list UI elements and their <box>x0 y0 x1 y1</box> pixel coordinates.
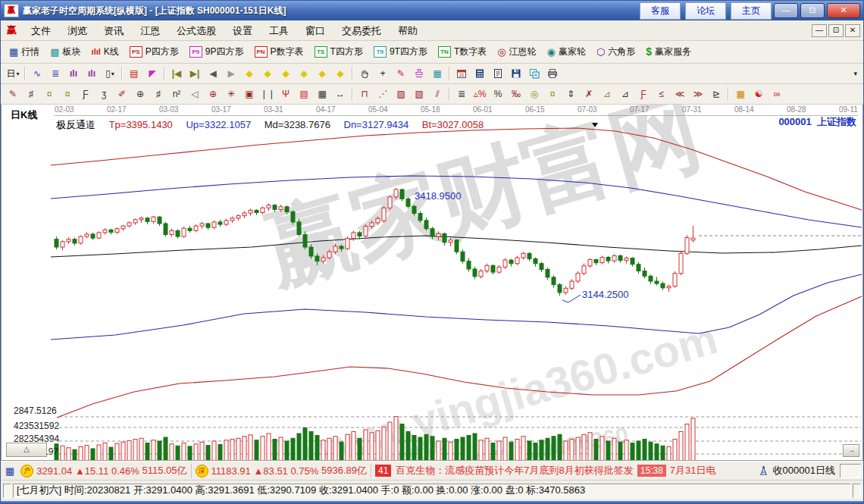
draw-grid-123[interactable]: ▦ <box>313 86 331 102</box>
draw-grid-panel[interactable]: ▦ <box>731 86 750 102</box>
nav-period-day-dropdown[interactable]: 日▾ <box>4 66 22 81</box>
nav-colored-chart[interactable]: ◤ <box>143 66 161 81</box>
toolbar-overflow-chevron[interactable]: ▾ <box>853 70 860 77</box>
candlestick-chart[interactable] <box>2 105 863 461</box>
draw-win-tool[interactable]: ▤ <box>295 86 313 102</box>
draw-speed-line[interactable]: ≪ <box>671 86 689 102</box>
draw-gann-pen[interactable]: ✎ <box>4 86 22 102</box>
news-ticker[interactable]: 41 百克生物：流感疫苗预计今年7月底到8月初获得批签发 15:38 7月31日… <box>371 464 720 478</box>
nav-pan-hand[interactable] <box>355 66 374 81</box>
nav-info-panel[interactable]: ≣ <box>46 66 64 81</box>
tool-winner-service[interactable]: $赢家服务 <box>640 44 697 60</box>
draw-infinity[interactable]: ∞ <box>768 86 786 102</box>
market-grid-icon[interactable]: ▦ <box>5 465 14 477</box>
draw-updown-arrow[interactable]: ⇕ <box>562 86 580 102</box>
nav-annotate-pen[interactable]: ✎ <box>392 66 410 81</box>
menu-item-5[interactable]: 设置 <box>224 23 261 39</box>
tool-winner-wheel[interactable]: ◉赢家轮 <box>542 44 591 60</box>
menu-item-8[interactable]: 交易委托 <box>333 23 390 39</box>
draw-gold-line[interactable]: ¤ <box>543 86 562 102</box>
nav-next-bar[interactable]: ▶ <box>222 66 240 81</box>
draw-width-measure[interactable]: ↔ <box>331 86 349 102</box>
draw-gold-ratio-2[interactable]: ¤ <box>58 86 77 102</box>
draw-mirror[interactable]: ◁ <box>186 86 204 102</box>
nav-puzzle[interactable]: ▦ <box>428 66 446 81</box>
draw-trend-band[interactable]: ≫ <box>689 86 707 102</box>
menu-item-4[interactable]: 公式选股 <box>168 23 224 39</box>
draw-spiral[interactable]: ʒ <box>95 86 113 102</box>
draw-target-circle[interactable]: ⊕ <box>204 86 222 102</box>
minimize-button[interactable]: — <box>774 3 798 18</box>
nav-calendar[interactable]: 21 <box>452 66 471 81</box>
shenzhen-index-quote[interactable]: 深 11183.91 ▲83.51 0.75% 5936.89亿 <box>192 464 371 478</box>
close-button[interactable]: ✕ <box>827 3 860 18</box>
draw-shade-box-1[interactable]: ▨ <box>392 86 410 102</box>
draw-god-tool[interactable]: Ψ <box>277 86 295 102</box>
draw-square-n2[interactable]: n² <box>167 86 186 102</box>
tool-9p-square[interactable]: P99P四方形 <box>184 44 249 60</box>
draw-wave-tool[interactable]: ✗ <box>580 86 598 102</box>
nav-notes[interactable] <box>489 66 507 81</box>
customer-service-button[interactable]: 客服 <box>640 2 681 20</box>
nav-stamp[interactable] <box>410 66 428 81</box>
draw-shade-box-2[interactable]: ▧ <box>410 86 428 102</box>
draw-gold-circle[interactable]: ◎ <box>525 86 543 102</box>
tool-t-square[interactable]: TST四方形 <box>309 44 368 60</box>
tool-quotes[interactable]: ▦行情 <box>4 44 45 60</box>
draw-percent[interactable]: % <box>489 86 507 102</box>
draw-star-burst[interactable]: ✳ <box>222 86 240 102</box>
draw-taiji[interactable]: ☯ <box>750 86 768 102</box>
volume-pane-toggle-button[interactable]: △ <box>6 443 47 457</box>
nav-diamond-expand-right[interactable]: ◆ <box>258 66 277 81</box>
draw-gold-band[interactable]: ⊿ <box>598 86 616 102</box>
draw-parallel-lines[interactable]: ⫽ <box>428 86 446 102</box>
draw-frame-tool[interactable]: ⊓ <box>355 86 374 102</box>
draw-fan-lines[interactable]: ⋰ <box>374 86 392 102</box>
draw-fibonacci[interactable]: Ƒ <box>77 86 95 102</box>
tool-gann-wheel[interactable]: ◎江恩轮 <box>492 44 541 60</box>
nav-diamond-expand-all[interactable]: ◆ <box>331 66 349 81</box>
draw-angle-line-2[interactable]: ≤ <box>653 86 671 102</box>
draw-angle-pen[interactable]: ✐ <box>113 86 131 102</box>
menu-item-0[interactable]: 文件 <box>23 23 59 39</box>
draw-permille[interactable]: ‰ <box>507 86 525 102</box>
draw-price-grid[interactable]: ♯ <box>149 86 167 102</box>
draw-square-box[interactable]: ▣ <box>240 86 258 102</box>
nav-calculator[interactable] <box>471 66 489 81</box>
menu-item-6[interactable]: 工具 <box>261 23 297 39</box>
forum-button[interactable]: 论坛 <box>685 2 726 20</box>
draw-scale-list[interactable]: ≣ <box>452 86 471 102</box>
tool-p-square[interactable]: PSP四方形 <box>124 44 184 60</box>
maximize-button[interactable]: ⊡ <box>800 3 825 18</box>
draw-gann-grid-small[interactable]: ♯ <box>22 86 40 102</box>
homepage-button[interactable]: 主页 <box>731 2 772 20</box>
nav-crosshair[interactable]: + <box>374 66 392 81</box>
draw-gold-ratio-1[interactable]: ¤ <box>40 86 58 102</box>
nav-first-bar[interactable]: |◀ <box>167 66 186 81</box>
nav-diamond-shrink-h[interactable]: ◆ <box>295 66 313 81</box>
draw-gann-circle[interactable]: ⊕ <box>131 86 149 102</box>
menu-item-2[interactable]: 资讯 <box>95 23 132 39</box>
nav-diamond-expand-v[interactable]: ◆ <box>313 66 331 81</box>
nav-capsule-tool-dropdown[interactable]: ▯▾ <box>101 66 119 81</box>
nav-red-k-box[interactable]: ▤ <box>125 66 143 81</box>
draw-slope-tool[interactable]: ⊵ <box>707 86 725 102</box>
tool-p-number-table[interactable]: PNP数字表 <box>249 44 309 60</box>
mdi-minimize-button[interactable]: — <box>812 24 827 37</box>
tool-t-number-table[interactable]: TNT数字表 <box>433 44 492 60</box>
nav-diamond-expand-h[interactable]: ◆ <box>277 66 295 81</box>
tool-sectors[interactable]: ▩板块 <box>45 44 86 60</box>
mdi-restore-button[interactable]: ⊡ <box>828 24 844 37</box>
tool-9t-square[interactable]: T99T四方形 <box>368 44 433 60</box>
nav-ma-9-lines[interactable]: ılı <box>83 66 101 81</box>
menu-item-1[interactable]: 浏览 <box>59 23 95 39</box>
draw-angle-line-1[interactable]: ⊿ <box>616 86 634 102</box>
nav-diamond-shrink-left[interactable]: ◆ <box>240 66 258 81</box>
nav-last-bar[interactable]: ▶| <box>186 66 204 81</box>
nav-chart-style[interactable]: ∿ <box>28 66 46 81</box>
tool-kline[interactable]: ılılK线 <box>86 44 124 60</box>
scroll-right-button[interactable]: → <box>843 444 859 457</box>
nav-ma-3-lines[interactable]: ılı <box>64 66 83 81</box>
nav-export[interactable] <box>525 66 543 81</box>
menu-item-7[interactable]: 窗口 <box>297 23 333 39</box>
